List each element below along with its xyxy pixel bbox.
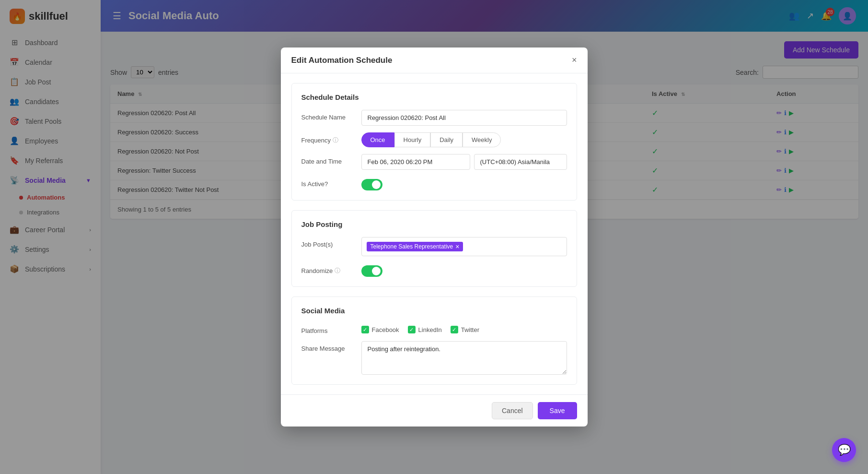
tag-remove-button[interactable]: × [455, 243, 459, 250]
randomize-help-icon[interactable]: ⓘ [335, 267, 340, 275]
chat-icon: 💬 [838, 444, 851, 456]
schedule-details-section: Schedule Details Schedule Name Frequency… [291, 83, 577, 201]
randomize-toggle[interactable] [361, 265, 382, 277]
check-icon: ✓ [409, 327, 414, 333]
cancel-button[interactable]: Cancel [492, 402, 533, 419]
chat-bubble[interactable]: 💬 [832, 438, 856, 462]
freq-daily-button[interactable]: Daily [430, 132, 463, 147]
platform-facebook[interactable]: ✓ Facebook [361, 326, 399, 333]
twitter-checkbox[interactable]: ✓ [451, 326, 458, 333]
timezone-input[interactable] [474, 154, 567, 170]
modal-body: Schedule Details Schedule Name Frequency… [281, 73, 588, 394]
share-message-row: Share Message Posting after reintegratio… [301, 341, 567, 375]
platforms-group: ✓ Facebook ✓ LinkedIn ✓ Twitter [361, 323, 480, 333]
frequency-label: Frequency ⓘ [301, 132, 354, 144]
twitter-label: Twitter [461, 326, 479, 333]
is-active-toggle-wrap [361, 177, 382, 190]
platform-linkedin[interactable]: ✓ LinkedIn [408, 326, 442, 333]
job-posting-section-title: Job Posting [301, 220, 567, 228]
schedule-name-label: Schedule Name [301, 110, 354, 121]
randomize-row: Randomize ⓘ [301, 263, 567, 277]
share-message-label: Share Message [301, 341, 354, 352]
close-button[interactable]: × [572, 55, 577, 65]
datetime-inputs [361, 154, 567, 170]
frequency-row: Frequency ⓘ Once Hourly Daily Weekly [301, 132, 567, 147]
social-media-section: Social Media Platforms ✓ Facebook ✓ Link… [291, 296, 577, 385]
is-active-row: Is Active? [301, 177, 567, 190]
datetime-row: Date and Time [301, 154, 567, 170]
modal-footer: Cancel Save [281, 394, 588, 427]
platforms-row: Platforms ✓ Facebook ✓ LinkedIn ✓ Twitte [301, 323, 567, 334]
job-posting-section: Job Posting Job Post(s) Telephone Sales … [291, 210, 577, 287]
linkedin-checkbox[interactable]: ✓ [408, 326, 416, 333]
facebook-checkbox[interactable]: ✓ [361, 326, 369, 333]
modal-overlay: Edit Automation Schedule × Schedule Deta… [0, 0, 868, 474]
linkedin-label: LinkedIn [418, 326, 442, 333]
job-posts-row: Job Post(s) Telephone Sales Representati… [301, 237, 567, 256]
randomize-toggle-wrap [361, 263, 382, 277]
edit-automation-modal: Edit Automation Schedule × Schedule Deta… [281, 47, 588, 427]
modal-title: Edit Automation Schedule [291, 56, 393, 65]
freq-hourly-button[interactable]: Hourly [394, 132, 431, 147]
is-active-toggle[interactable] [361, 179, 382, 190]
schedule-section-title: Schedule Details [301, 93, 567, 101]
job-posts-label: Job Post(s) [301, 237, 354, 248]
date-input[interactable] [361, 154, 470, 170]
check-icon: ✓ [363, 327, 367, 333]
social-media-section-title: Social Media [301, 307, 567, 315]
frequency-help-icon[interactable]: ⓘ [333, 136, 338, 144]
datetime-label: Date and Time [301, 154, 354, 165]
schedule-name-input[interactable] [361, 110, 567, 126]
freq-weekly-button[interactable]: Weekly [463, 132, 501, 147]
share-message-input[interactable]: Posting after reintegration. [361, 341, 567, 375]
tag-label: Telephone Sales Representative [370, 243, 453, 250]
schedule-name-row: Schedule Name [301, 110, 567, 126]
facebook-label: Facebook [372, 326, 399, 333]
is-active-label: Is Active? [301, 177, 354, 188]
job-post-tag: Telephone Sales Representative × [367, 242, 463, 251]
frequency-group: Once Hourly Daily Weekly [361, 132, 501, 147]
freq-once-button[interactable]: Once [361, 132, 394, 147]
platforms-label: Platforms [301, 323, 354, 334]
save-button[interactable]: Save [538, 402, 577, 419]
check-icon: ✓ [452, 327, 456, 333]
modal-header: Edit Automation Schedule × [281, 47, 588, 73]
job-posts-input[interactable]: Telephone Sales Representative × [361, 237, 567, 256]
randomize-label: Randomize ⓘ [301, 263, 354, 275]
platform-twitter[interactable]: ✓ Twitter [451, 326, 479, 333]
